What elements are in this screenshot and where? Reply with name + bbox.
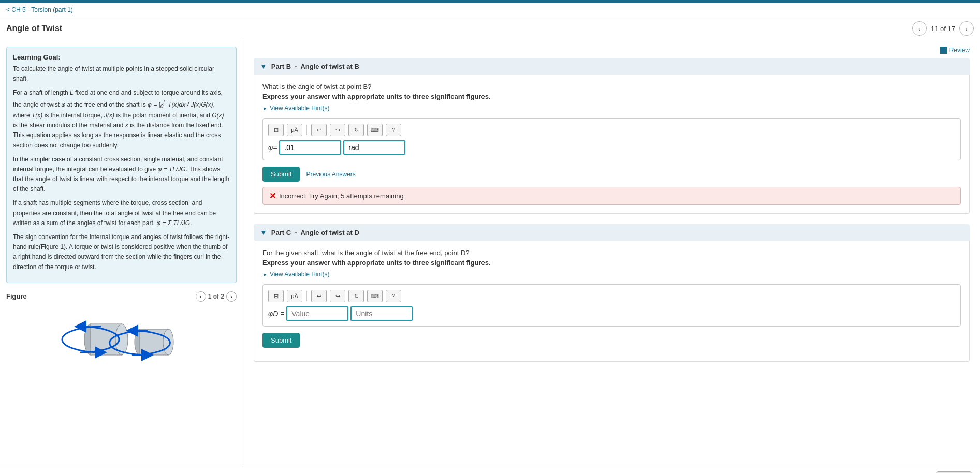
bottom-bar: Provide Feedback Next › (0, 467, 980, 473)
prev-page-button[interactable]: ‹ (912, 21, 927, 36)
part-b-prev-answers[interactable]: Previous Answers (306, 171, 355, 178)
figure-header: Figure ‹ 1 of 2 › (6, 291, 237, 302)
svg-point-5 (163, 329, 173, 355)
help-button[interactable]: ? (386, 124, 401, 136)
lg-para-1: To calculate the angle of twist at multi… (13, 64, 230, 84)
part-b-answer-box: ⊞ μÄ ↩ ↪ ↻ ⌨ ? φ= (262, 118, 961, 160)
part-c-header: ▼ Part C - Angle of twist at D (254, 224, 970, 241)
main-layout: Learning Goal: To calculate the angle of… (0, 40, 980, 467)
part-c-phi-label: φD = (268, 309, 284, 318)
part-b-phi-label: φ= (268, 143, 277, 152)
part-c-units-input[interactable] (350, 306, 413, 321)
part-c-instruction: Express your answer with appropriate uni… (262, 259, 961, 267)
part-c-answer-box: ⊞ μÄ ↩ ↪ ↻ ⌨ ? φD = (262, 284, 961, 327)
part-c-refresh-button[interactable]: ↻ (348, 290, 364, 302)
fig-prev-btn[interactable]: ‹ (196, 291, 206, 302)
review-link-container: Review (254, 47, 970, 54)
part-c-toolbar: ⊞ μÄ ↩ ↪ ↻ ⌨ ? (268, 290, 955, 302)
part-b-value-input[interactable] (279, 140, 341, 155)
next-page-button[interactable]: › (959, 21, 974, 36)
part-c-question: For the given shaft, what is the angle o… (262, 249, 961, 257)
part-c-mu-button[interactable]: μÄ (287, 290, 302, 302)
figure-page-count: 1 of 2 (208, 293, 224, 300)
part-c-hint-label: View Available Hint(s) (270, 271, 330, 278)
part-b-question: What is the angle of twist at point B? (262, 83, 961, 91)
breadcrumb-link[interactable]: < CH 5 - Torsion (part 1) (6, 6, 73, 13)
lg-para-5: The sign convention for the internal tor… (13, 232, 230, 272)
part-b-instruction: Express your answer with appropriate uni… (262, 93, 961, 100)
right-panel: Review ▼ Part B - Angle of twist at B Wh… (243, 40, 980, 467)
hint-arrow-icon: ► (262, 106, 268, 111)
part-b-action-row: Submit Previous Answers (262, 167, 961, 182)
part-b-collapse[interactable]: ▼ (260, 62, 267, 70)
redo-button[interactable]: ↪ (330, 124, 345, 136)
undo-button[interactable]: ↩ (311, 124, 327, 136)
part-c-keyboard-button[interactable]: ⌨ (367, 290, 383, 302)
part-c-help-button[interactable]: ? (386, 290, 401, 302)
part-b-content: What is the angle of twist at point B? E… (254, 75, 970, 214)
part-c-label: Part C - Angle of twist at D (271, 229, 359, 236)
part-c-collapse[interactable]: ▼ (260, 228, 267, 236)
part-b-units-input[interactable] (343, 140, 405, 155)
error-x-icon: ✕ (269, 191, 276, 201)
part-b-input-row: φ= (268, 140, 955, 155)
part-b-label: Part B - Angle of twist at B (271, 63, 359, 70)
figure-image (6, 306, 237, 373)
part-c-value-input[interactable] (286, 306, 348, 321)
toolbar-separator-1 (306, 125, 307, 135)
review-icon (940, 47, 947, 54)
figure-section: Figure ‹ 1 of 2 › (6, 291, 237, 373)
part-c-grid-button[interactable]: ⊞ (268, 290, 284, 302)
mu-button[interactable]: μÄ (287, 124, 302, 136)
breadcrumb[interactable]: < CH 5 - Torsion (part 1) (0, 3, 980, 17)
review-button[interactable]: Review (940, 47, 970, 54)
part-b-header: ▼ Part B - Angle of twist at B (254, 58, 970, 75)
hint-label: View Available Hint(s) (270, 105, 330, 112)
figure-title: Figure (6, 292, 27, 300)
error-message: Incorrect; Try Again; 5 attempts remaini… (279, 192, 404, 200)
page-title: Angle of Twist (6, 24, 62, 33)
review-label: Review (949, 47, 970, 54)
learning-goal-title: Learning Goal: (13, 53, 230, 61)
figure-nav: ‹ 1 of 2 › (196, 291, 237, 302)
part-c-input-row: φD = (268, 306, 955, 321)
part-c-toolbar-separator (306, 291, 307, 301)
learning-goal-box: Learning Goal: To calculate the angle of… (6, 47, 237, 283)
part-b-section: ▼ Part B - Angle of twist at B What is t… (254, 58, 970, 214)
fig-next-btn[interactable]: › (226, 291, 237, 302)
part-b-toolbar: ⊞ μÄ ↩ ↪ ↻ ⌨ ? (268, 124, 955, 136)
page-nav: ‹ 11 of 17 › (912, 21, 974, 36)
part-b-submit-button[interactable]: Submit (262, 167, 300, 182)
part-c-section: ▼ Part C - Angle of twist at D For the g… (254, 224, 970, 362)
part-c-hint-arrow-icon: ► (262, 272, 268, 277)
part-c-redo-button[interactable]: ↪ (330, 290, 345, 302)
left-panel: Learning Goal: To calculate the angle of… (0, 40, 243, 467)
refresh-button[interactable]: ↻ (348, 124, 364, 136)
cylinder-svg (60, 306, 184, 373)
part-c-undo-button[interactable]: ↩ (311, 290, 327, 302)
lg-para-2: For a shaft of length L fixed at one end… (13, 88, 230, 150)
grid-button[interactable]: ⊞ (268, 124, 284, 136)
part-b-error-badge: ✕ Incorrect; Try Again; 5 attempts remai… (262, 187, 961, 205)
page-count: 11 of 17 (931, 25, 955, 33)
part-b-hint[interactable]: ► View Available Hint(s) (262, 105, 961, 112)
part-c-submit-button[interactable]: Submit (262, 333, 300, 348)
page-header: Angle of Twist ‹ 11 of 17 › (0, 17, 980, 40)
part-c-hint[interactable]: ► View Available Hint(s) (262, 271, 961, 278)
learning-goal-text: To calculate the angle of twist at multi… (13, 64, 230, 272)
keyboard-button[interactable]: ⌨ (367, 124, 383, 136)
part-c-content: For the given shaft, what is the angle o… (254, 241, 970, 362)
lg-para-4: If a shaft has multiple segments where t… (13, 198, 230, 228)
part-c-action-row: Submit (262, 333, 961, 348)
lg-para-3: In the simpler case of a constant cross … (13, 155, 230, 195)
